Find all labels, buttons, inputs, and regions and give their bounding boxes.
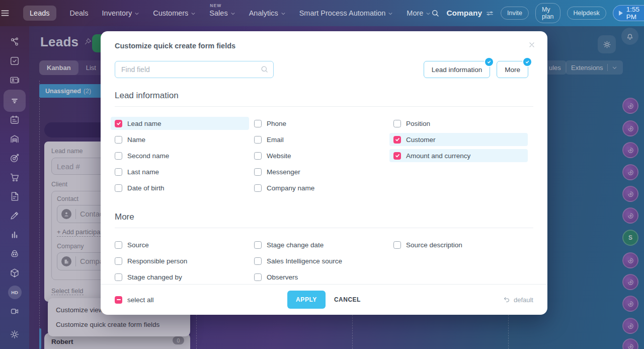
checkbox-icon xyxy=(115,241,122,249)
time-tracker[interactable]: 1:55 PM xyxy=(613,5,644,21)
field-label: Position xyxy=(406,120,430,127)
sidebar-item-edit-icon[interactable] xyxy=(4,206,26,225)
cancel-button[interactable]: CANCEL xyxy=(334,296,361,303)
checkbox-icon xyxy=(254,241,262,249)
lead-information-fields: Lead nameNameSecond nameLast nameDate of… xyxy=(115,115,533,196)
toggle-more[interactable]: More xyxy=(497,61,528,78)
menu-icon[interactable] xyxy=(0,8,10,18)
field-checkbox-last-name[interactable]: Last name xyxy=(111,165,249,178)
check-badge-icon xyxy=(523,58,531,66)
checkbox-icon xyxy=(254,120,262,127)
nav-item-smart-process-automation[interactable]: Smart Process Automation xyxy=(299,9,393,17)
play-icon xyxy=(619,11,623,16)
checkbox-icon xyxy=(254,257,262,265)
customize-fields-modal: Customize quick create form fields Lead … xyxy=(101,31,547,315)
checkbox-icon xyxy=(115,152,122,160)
field-label: Stage change date xyxy=(267,241,324,249)
field-checkbox-lead-name[interactable]: Lead name xyxy=(111,117,249,130)
hd-badge: HD xyxy=(8,286,22,299)
field-label: Messenger xyxy=(267,168,300,176)
field-label: Website xyxy=(267,152,291,160)
sidebar-item-goals-icon[interactable] xyxy=(4,149,26,168)
my-plan-button[interactable]: My plan xyxy=(535,3,560,23)
toggle-lead-information[interactable]: Lead information xyxy=(424,61,491,78)
checkbox-icon xyxy=(254,136,262,144)
sidebar-item-tasks-icon[interactable] xyxy=(4,51,26,71)
field-checkbox-responsible-person[interactable]: Responsible person xyxy=(111,254,249,267)
sidebar-item-broadcast-icon[interactable] xyxy=(4,302,26,321)
section-title-lead-information: Lead information xyxy=(115,91,533,101)
checkbox-icon xyxy=(115,168,122,176)
find-field-input[interactable] xyxy=(115,61,274,78)
field-checkbox-name[interactable]: Name xyxy=(111,133,249,146)
helpdesk-button[interactable]: Helpdesk xyxy=(567,7,606,20)
field-checkbox-second-name[interactable]: Second name xyxy=(111,149,249,162)
checkbox-icon xyxy=(115,120,122,127)
field-label: Source description xyxy=(406,241,462,249)
sidebar-item-leads-filter-icon[interactable] xyxy=(4,90,26,112)
field-label: Phone xyxy=(267,120,286,127)
nav-item-more[interactable]: More xyxy=(407,9,431,17)
apply-button[interactable]: APPLY xyxy=(287,291,326,309)
nav-item-leads[interactable]: Leads xyxy=(23,6,56,21)
topbar-right: Company Invite My plan Helpdesk 1:55 PM xyxy=(431,3,644,23)
undo-icon xyxy=(503,296,510,303)
field-checkbox-company-name[interactable]: Company name xyxy=(250,181,388,194)
sidebar-item-cart-icon[interactable] xyxy=(4,168,26,187)
field-label: Amount and currency xyxy=(406,152,470,160)
nav-item-analytics[interactable]: Analytics xyxy=(249,9,286,17)
sliders-icon xyxy=(486,9,494,18)
nav-item-deals[interactable]: Deals xyxy=(70,9,89,17)
field-checkbox-position[interactable]: Position xyxy=(389,117,528,130)
checkbox-icon xyxy=(254,168,262,176)
field-checkbox-observers[interactable]: Observers xyxy=(250,270,388,284)
field-checkbox-stage-change-date[interactable]: Stage change date xyxy=(250,238,388,251)
field-checkbox-customer[interactable]: Customer xyxy=(389,133,528,146)
select-all-checkbox[interactable]: select all xyxy=(115,296,154,304)
field-label: Responsible person xyxy=(127,257,187,265)
checkbox-icon xyxy=(393,241,401,249)
field-checkbox-messenger[interactable]: Messenger xyxy=(250,165,388,178)
field-label: Observers xyxy=(267,273,298,281)
checkbox-icon xyxy=(254,184,262,192)
field-checkbox-source[interactable]: Source xyxy=(111,238,249,251)
checkbox-icon xyxy=(115,257,122,265)
invite-button[interactable]: Invite xyxy=(501,7,529,20)
field-checkbox-sales-intelligence-source[interactable]: Sales Intelligence source xyxy=(250,254,388,267)
sidebar-item-pipeline-icon[interactable] xyxy=(4,32,26,51)
reset-default-button[interactable]: default xyxy=(503,296,533,304)
sidebar-item-contacts-icon[interactable] xyxy=(4,71,26,90)
field-checkbox-stage-changed-by[interactable]: Stage changed by xyxy=(111,270,249,284)
nav-item-customers[interactable]: Customers xyxy=(153,9,196,17)
field-checkbox-amount-and-currency[interactable]: Amount and currency xyxy=(389,149,528,162)
sidebar-item-calendar-icon[interactable] xyxy=(4,110,26,129)
field-checkbox-email[interactable]: Email xyxy=(250,133,388,146)
nav-item-inventory[interactable]: Inventory xyxy=(102,9,140,17)
checkbox-icon xyxy=(115,136,122,144)
sidebar-item-bot-icon[interactable] xyxy=(4,244,26,263)
nav-item-sales[interactable]: NEWSales xyxy=(209,9,235,17)
field-checkbox-source-description[interactable]: Source description xyxy=(389,238,528,251)
field-label: Email xyxy=(267,136,284,144)
field-label: Date of birth xyxy=(127,184,165,192)
close-icon[interactable] xyxy=(528,41,535,50)
field-label: Last name xyxy=(127,168,159,176)
field-label: Lead name xyxy=(127,120,162,127)
sidebar-item-hd-badge[interactable]: HD xyxy=(4,283,26,302)
field-checkbox-date-of-birth[interactable]: Date of birth xyxy=(111,181,249,194)
left-sidebar: HD xyxy=(0,26,29,349)
sidebar-item-stats-icon[interactable] xyxy=(4,225,26,244)
field-label: Company name xyxy=(267,184,314,192)
field-label: Stage changed by xyxy=(127,273,182,281)
sidebar-item-settings-icon[interactable] xyxy=(4,325,26,344)
checkbox-icon xyxy=(254,152,262,160)
field-checkbox-phone[interactable]: Phone xyxy=(250,117,388,130)
sidebar-item-invoices-icon[interactable] xyxy=(4,187,26,206)
indeterminate-checkbox-icon xyxy=(115,296,122,304)
company-selector[interactable]: Company xyxy=(446,9,494,18)
search-icon[interactable] xyxy=(431,9,440,18)
field-checkbox-website[interactable]: Website xyxy=(250,149,388,162)
sidebar-item-storage-icon[interactable] xyxy=(4,129,26,149)
field-label: Second name xyxy=(127,152,169,160)
sidebar-item-products-icon[interactable] xyxy=(4,263,26,283)
